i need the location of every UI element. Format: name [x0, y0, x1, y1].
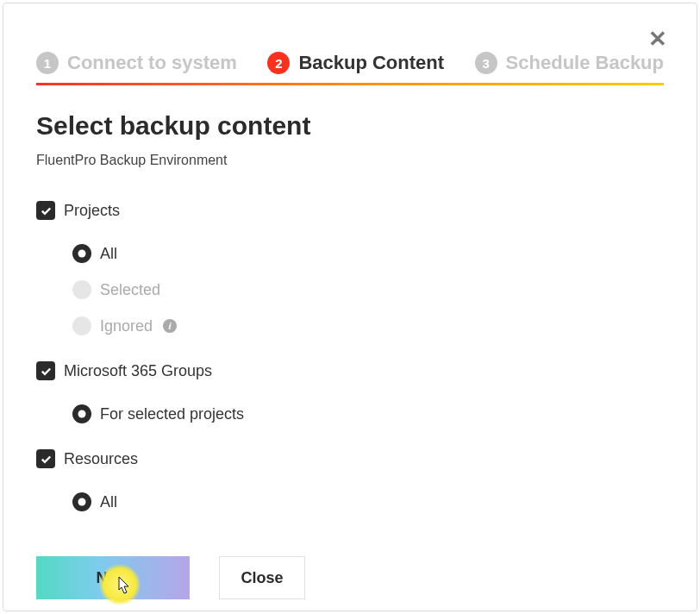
projects-radios: All Selected Ignored i	[72, 235, 664, 344]
projects-label: Projects	[64, 202, 120, 220]
close-icon[interactable]: ✕	[648, 28, 667, 50]
projects-radio-all[interactable]	[72, 244, 91, 263]
groups-radio-forselected-label: For selected projects	[100, 405, 244, 423]
resources-radio-all-row: All	[72, 484, 664, 520]
check-icon	[40, 453, 53, 466]
step-label-1: Connect to system	[67, 52, 237, 74]
close-button[interactable]: Close	[219, 556, 305, 599]
resources-radio-all-label: All	[100, 493, 117, 511]
projects-radio-selected[interactable]	[72, 280, 91, 299]
projects-radio-ignored-row: Ignored i	[72, 308, 664, 344]
groups-row: Microsoft 365 Groups	[36, 361, 664, 380]
resources-radios: All	[72, 484, 664, 520]
check-icon	[40, 204, 53, 217]
projects-radio-all-row: All	[72, 235, 664, 272]
page-title: Select backup content	[36, 111, 664, 141]
stepper: 1 Connect to system 2 Backup Content 3 S…	[36, 52, 664, 74]
projects-radio-selected-row: Selected	[72, 272, 664, 308]
groups-radio-forselected[interactable]	[72, 404, 91, 423]
check-icon	[40, 365, 53, 378]
resources-row: Resources	[36, 449, 664, 468]
step-connect[interactable]: 1 Connect to system	[36, 52, 237, 74]
step-num-2: 2	[267, 52, 290, 74]
step-backup-content[interactable]: 2 Backup Content	[267, 52, 444, 74]
groups-radios: For selected projects	[72, 396, 664, 432]
stepper-divider	[36, 83, 664, 85]
content-area: Projects All Selected Ignored i Microsof…	[36, 201, 664, 599]
resources-checkbox[interactable]	[36, 449, 55, 468]
step-num-1: 1	[36, 52, 59, 74]
resources-label: Resources	[64, 450, 138, 468]
projects-radio-ignored-label: Ignored	[100, 317, 153, 335]
groups-checkbox[interactable]	[36, 361, 55, 380]
backup-dialog: ✕ 1 Connect to system 2 Backup Content 3…	[3, 3, 697, 611]
projects-radio-ignored[interactable]	[72, 316, 91, 335]
step-schedule[interactable]: 3 Schedule Backup	[475, 52, 664, 74]
next-button[interactable]: Next	[36, 556, 190, 599]
groups-label: Microsoft 365 Groups	[64, 362, 212, 380]
environment-name: FluentPro Backup Environment	[36, 153, 664, 168]
step-label-2: Backup Content	[298, 52, 444, 74]
projects-row: Projects	[36, 201, 664, 220]
projects-checkbox[interactable]	[36, 201, 55, 220]
step-label-3: Schedule Backup	[506, 52, 664, 74]
footer: Next Close	[36, 556, 664, 599]
projects-radio-selected-label: Selected	[100, 281, 160, 299]
info-icon[interactable]: i	[163, 319, 177, 333]
projects-radio-all-label: All	[100, 245, 117, 263]
step-num-3: 3	[475, 52, 497, 74]
resources-radio-all[interactable]	[72, 492, 91, 511]
groups-radio-forselected-row: For selected projects	[72, 396, 664, 432]
